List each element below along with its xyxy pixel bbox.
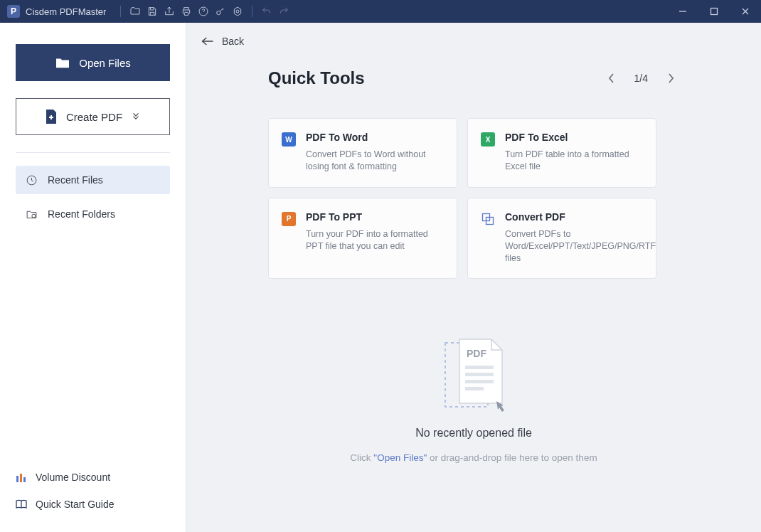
redo-icon[interactable] — [275, 3, 292, 20]
app-name: Cisdem PDFMaster — [26, 6, 106, 17]
create-pdf-button[interactable]: Create PDF — [16, 98, 170, 135]
svg-point-1 — [217, 11, 220, 14]
open-files-link[interactable]: "Open Files" — [373, 452, 427, 463]
tool-title: Convert PDF — [505, 211, 656, 223]
close-button[interactable] — [730, 0, 761, 23]
tool-title: PDF To PPT — [306, 211, 444, 223]
tool-title: PDF To Word — [306, 132, 444, 143]
bars-icon — [16, 472, 27, 483]
create-pdf-label: Create PDF — [66, 111, 122, 123]
tool-desc: Convert PDFs to Word without losing font… — [306, 149, 444, 173]
tool-desc: Turn your PDF into a formatted PPT file … — [306, 228, 444, 252]
pager: 1/4 — [603, 70, 679, 87]
chevron-down-icon — [131, 111, 141, 123]
quick-tools-title: Quick Tools — [268, 68, 365, 88]
book-icon — [16, 499, 27, 510]
titlebar: P Cisdem PDFMaster — [0, 0, 761, 23]
separator — [252, 6, 252, 17]
svg-rect-18 — [465, 380, 494, 383]
sidebar-item-label: Recent Files — [48, 174, 103, 186]
open-icon[interactable] — [127, 3, 144, 20]
print-icon[interactable] — [178, 3, 195, 20]
sidebar-item-label: Recent Folders — [48, 208, 115, 220]
svg-rect-9 — [16, 476, 18, 482]
divider — [16, 152, 170, 153]
separator — [120, 6, 121, 17]
back-label: Back — [222, 36, 244, 47]
arrow-left-icon — [201, 36, 215, 46]
tool-card-pdf-to-word[interactable]: W PDF To Word Convert PDFs to Word witho… — [268, 118, 457, 188]
empty-subtitle: Click "Open Files" or drag-and-drop file… — [350, 452, 597, 463]
tool-card-pdf-to-ppt[interactable]: P PDF To PPT Turn your PDF into a format… — [268, 198, 457, 280]
content-area: Back Quick Tools 1/4 W PDF To Word Conve… — [186, 23, 761, 532]
ppt-icon: P — [282, 212, 296, 226]
footer-volume-discount[interactable]: Volume Discount — [16, 464, 170, 491]
document-plus-icon — [45, 109, 58, 124]
svg-rect-17 — [465, 373, 494, 376]
svg-point-8 — [32, 214, 36, 218]
clock-icon — [26, 174, 38, 186]
empty-sub-suffix: or drag-and-drop file here to open them — [427, 452, 597, 463]
svg-rect-6 — [50, 115, 52, 119]
tool-card-pdf-to-excel[interactable]: X PDF To Excel Turn PDF table into a for… — [467, 118, 656, 188]
svg-rect-4 — [711, 9, 718, 15]
undo-icon[interactable] — [258, 3, 275, 20]
pager-next-button[interactable] — [662, 70, 679, 87]
key-icon[interactable] — [212, 3, 229, 20]
svg-rect-10 — [20, 474, 22, 482]
open-files-button[interactable]: Open Files — [16, 44, 170, 81]
share-icon[interactable] — [161, 3, 178, 20]
folder-clock-icon — [26, 208, 38, 220]
maximize-button[interactable] — [698, 0, 730, 23]
minimize-button[interactable] — [667, 0, 698, 23]
folder-icon — [55, 56, 70, 69]
tool-card-convert-pdf[interactable]: Convert PDF Convert PDFs to Word/Excel/P… — [467, 198, 656, 280]
empty-sub-prefix: Click — [350, 452, 373, 463]
footer-label: Volume Discount — [36, 472, 110, 483]
open-files-label: Open Files — [79, 57, 131, 69]
convert-icon — [481, 212, 495, 226]
svg-rect-16 — [465, 366, 494, 369]
sidebar: Open Files Create PDF Recent Files Recen… — [0, 23, 186, 532]
sidebar-item-recent-files[interactable]: Recent Files — [16, 166, 170, 194]
pager-prev-button[interactable] — [603, 70, 620, 87]
save-icon[interactable] — [144, 3, 161, 20]
svg-rect-19 — [465, 387, 484, 390]
sidebar-item-recent-folders[interactable]: Recent Folders — [16, 200, 170, 228]
svg-point-3 — [236, 10, 239, 13]
help-icon[interactable] — [195, 3, 212, 20]
tool-desc: Convert PDFs to Word/Excel/PPT/Text/JPEG… — [505, 228, 656, 265]
svg-text:PDF: PDF — [467, 348, 486, 359]
app-logo: P — [7, 5, 20, 18]
footer-label: Quick Start Guide — [36, 499, 115, 510]
pager-text: 1/4 — [634, 73, 648, 84]
excel-icon: X — [481, 132, 495, 147]
tool-desc: Turn PDF table into a formatted Excel fi… — [505, 149, 643, 173]
tool-title: PDF To Excel — [505, 132, 643, 143]
settings-icon[interactable] — [229, 3, 246, 20]
empty-title: No recently opened file — [415, 427, 532, 440]
footer-quick-start[interactable]: Quick Start Guide — [16, 491, 170, 518]
svg-rect-11 — [23, 477, 26, 482]
svg-marker-2 — [235, 7, 241, 16]
empty-state: PDF No recently opened file Click "Open … — [186, 336, 761, 463]
pdf-illustration-icon: PDF — [438, 336, 509, 414]
back-button[interactable]: Back — [186, 23, 761, 47]
word-icon: W — [282, 132, 296, 147]
